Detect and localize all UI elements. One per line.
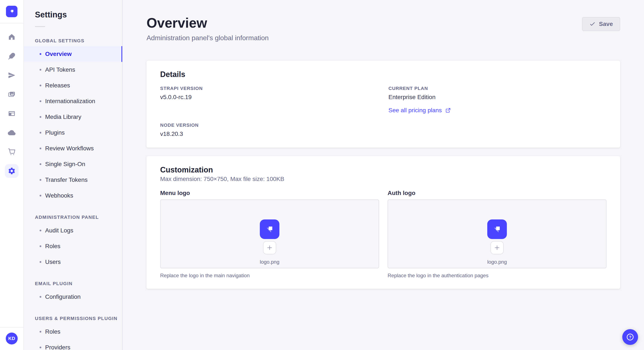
user-avatar[interactable]: KD bbox=[6, 333, 18, 345]
sidebar-item-label: Overview bbox=[45, 51, 72, 57]
save-button-label: Save bbox=[599, 21, 613, 27]
bullet-icon bbox=[40, 230, 41, 231]
logo-field-description: Replace the logo in the authentication p… bbox=[388, 273, 606, 279]
logo-field-label: Menu logo bbox=[160, 190, 379, 196]
sidebar-item-label: Releases bbox=[45, 82, 70, 89]
rail-item-content[interactable] bbox=[5, 49, 18, 63]
bullet-icon bbox=[40, 261, 41, 263]
sidebar-item-users[interactable]: Users bbox=[24, 254, 122, 270]
node-version-field: NODE VERSION v18.20.3 bbox=[160, 123, 378, 137]
sidebar-item-review-workflows[interactable]: Review Workflows bbox=[24, 141, 122, 156]
strapi-version-field: STRAPI VERSION v5.0.0-rc.19 bbox=[160, 86, 378, 114]
strapi-logo[interactable] bbox=[6, 6, 18, 17]
sidebar-item-list: Audit LogsRolesUsers bbox=[24, 223, 122, 270]
sidebar-item-roles[interactable]: Roles bbox=[24, 238, 122, 254]
sidebar-item-webhooks[interactable]: Webhooks bbox=[24, 188, 122, 203]
sidebar-sections: GLOBAL SETTINGSOverviewAPI TokensRelease… bbox=[24, 38, 122, 350]
bullet-icon bbox=[40, 245, 41, 247]
logo-filename: logo.png bbox=[260, 259, 280, 265]
logo-preview bbox=[260, 219, 280, 239]
sidebar-title: Settings bbox=[24, 10, 122, 19]
sidebar-item-releases[interactable]: Releases bbox=[24, 78, 122, 93]
sidebar-item-label: Roles bbox=[45, 328, 60, 335]
details-card-title: Details bbox=[160, 70, 606, 79]
sidebar-item-overview[interactable]: Overview bbox=[24, 46, 122, 62]
customization-card-subtitle: Max dimension: 750×750, Max file size: 1… bbox=[160, 176, 606, 182]
rail-icon-nav bbox=[5, 30, 18, 178]
logo-uploaders: Menu logo logo.png Replace the logo in t… bbox=[160, 190, 606, 279]
cloud-icon bbox=[8, 129, 16, 137]
rail-item-media[interactable] bbox=[5, 88, 18, 101]
sidebar-item-api-tokens[interactable]: API Tokens bbox=[24, 62, 122, 78]
sidebar-section-title: ADMINISTRATION PANEL bbox=[24, 214, 122, 220]
sidebar-section-title: USERS & PERMISSIONS PLUGIN bbox=[24, 316, 122, 321]
bullet-icon bbox=[40, 179, 41, 181]
current-plan-field: CURRENT PLAN Enterprise Edition See all … bbox=[388, 86, 606, 114]
bullet-icon bbox=[40, 163, 41, 165]
app-root: KD Settings GLOBAL SETTINGSOverviewAPI T… bbox=[0, 0, 644, 350]
sidebar-item-plugins[interactable]: Plugins bbox=[24, 125, 122, 141]
question-icon: ? bbox=[626, 333, 635, 342]
logo-field-description: Replace the logo in the main navigation bbox=[160, 273, 379, 279]
home-icon bbox=[8, 33, 16, 41]
rail-user-area: KD bbox=[0, 327, 24, 350]
add-logo-button[interactable] bbox=[263, 241, 276, 254]
rail-item-cloud[interactable] bbox=[5, 126, 18, 140]
bullet-icon bbox=[40, 347, 41, 348]
bullet-icon bbox=[40, 132, 41, 134]
sidebar-item-transfer-tokens[interactable]: Transfer Tokens bbox=[24, 172, 122, 188]
bullet-icon bbox=[40, 100, 41, 102]
field-value: v5.0.0-rc.19 bbox=[160, 94, 378, 101]
menu-logo-uploader: Menu logo logo.png Replace the logo in t… bbox=[160, 190, 379, 279]
rail-item-layout[interactable] bbox=[5, 107, 18, 120]
pricing-plans-link[interactable]: See all pricing plans bbox=[388, 107, 451, 114]
sidebar-item-label: Configuration bbox=[45, 293, 81, 300]
bullet-icon bbox=[40, 85, 41, 86]
logo-field-label: Auth logo bbox=[388, 190, 606, 196]
feather-icon bbox=[8, 52, 16, 60]
sidebar-item-providers[interactable]: Providers bbox=[24, 340, 122, 350]
check-icon bbox=[589, 21, 596, 27]
sidebar-item-roles[interactable]: Roles bbox=[24, 324, 122, 340]
sidebar-item-label: Review Workflows bbox=[45, 145, 94, 152]
bullet-icon bbox=[40, 195, 41, 196]
rail-item-home[interactable] bbox=[5, 30, 18, 44]
sidebar-item-label: Internationalization bbox=[45, 98, 95, 105]
help-button[interactable]: ? bbox=[622, 329, 638, 345]
page-header-text: Overview Administration panel's global i… bbox=[146, 14, 269, 42]
sidebar-item-media-library[interactable]: Media Library bbox=[24, 109, 122, 125]
bullet-icon bbox=[40, 296, 41, 298]
sidebar-item-audit-logs[interactable]: Audit Logs bbox=[24, 223, 122, 238]
customization-card-title: Customization bbox=[160, 166, 606, 174]
rail-item-settings[interactable] bbox=[5, 164, 18, 178]
add-logo-button[interactable] bbox=[490, 241, 504, 254]
plus-icon bbox=[266, 244, 273, 251]
layout-icon bbox=[8, 110, 16, 118]
sidebar-item-label: Media Library bbox=[45, 114, 81, 120]
strapi-logo-icon bbox=[264, 223, 276, 235]
sidebar-item-configuration[interactable]: Configuration bbox=[24, 289, 122, 305]
page-subtitle: Administration panel's global informatio… bbox=[146, 34, 269, 42]
bullet-icon bbox=[40, 116, 41, 118]
sidebar-item-single-sign-on[interactable]: Single Sign-On bbox=[24, 156, 122, 172]
sidebar-item-label: Users bbox=[45, 259, 61, 265]
save-button[interactable]: Save bbox=[582, 17, 620, 31]
rail-item-deploy[interactable] bbox=[5, 68, 18, 82]
field-label: CURRENT PLAN bbox=[388, 86, 606, 91]
sidebar-item-list: RolesProviders bbox=[24, 324, 122, 350]
sidebar-item-list: OverviewAPI TokensReleasesInternationali… bbox=[24, 46, 122, 203]
sidebar-item-label: Audit Logs bbox=[45, 227, 73, 234]
rail-item-marketplace[interactable] bbox=[5, 145, 18, 159]
sidebar-item-label: Providers bbox=[45, 344, 70, 350]
sidebar-item-label: API Tokens bbox=[45, 66, 75, 73]
svg-text:?: ? bbox=[629, 335, 631, 339]
bullet-icon bbox=[40, 69, 41, 71]
settings-gear-icon bbox=[8, 167, 16, 175]
sidebar-item-internationalization[interactable]: Internationalization bbox=[24, 93, 122, 109]
plus-icon bbox=[494, 244, 500, 251]
auth-logo-uploader: Auth logo logo.png Replace the logo in t… bbox=[388, 190, 606, 279]
media-images-icon bbox=[8, 90, 16, 98]
main-content: Overview Administration panel's global i… bbox=[123, 0, 644, 350]
pricing-plans-link-label: See all pricing plans bbox=[388, 107, 442, 114]
bullet-icon bbox=[40, 53, 41, 55]
